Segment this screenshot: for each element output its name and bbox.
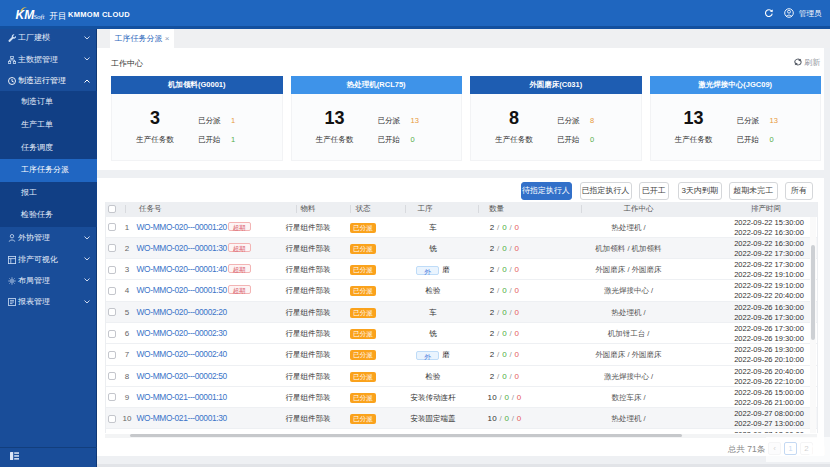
svg-text:Soft: Soft	[34, 13, 46, 21]
svg-text:KM: KM	[16, 8, 36, 22]
svg-text:开目: 开目	[49, 11, 66, 21]
